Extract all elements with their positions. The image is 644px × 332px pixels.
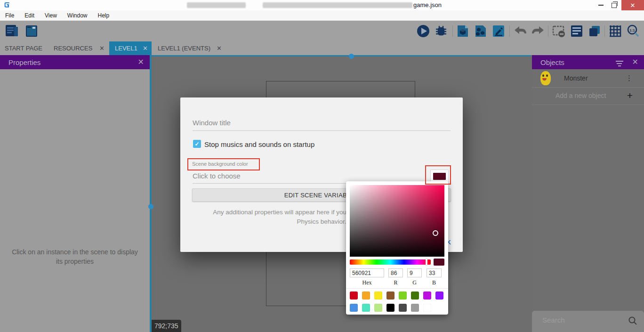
add-object-row[interactable]: Add a new object + <box>532 87 644 105</box>
b-input[interactable] <box>427 268 442 277</box>
gdevelop-window: game.json ✕ File Edit View Window Help <box>0 0 644 332</box>
toggle-mask-icon[interactable] <box>552 24 566 38</box>
properties-panel-header: Properties ✕ <box>0 55 150 69</box>
objects-search-card <box>532 311 644 332</box>
monster-sprite <box>540 71 551 85</box>
objects-close-icon[interactable]: ✕ <box>632 57 638 66</box>
preset-swatch-d0021b[interactable] <box>350 292 358 300</box>
saturation-area[interactable] <box>350 185 444 257</box>
preset-swatch-000000[interactable] <box>386 304 394 312</box>
saturation-pointer[interactable] <box>433 230 438 236</box>
menubar: File Edit View Window Help <box>0 10 644 21</box>
objects-search-input[interactable] <box>541 316 614 324</box>
restore-button[interactable] <box>606 0 621 10</box>
tab-level1[interactable]: LEVEL1 ✕ <box>109 41 152 55</box>
preset-swatch-ffffff[interactable] <box>423 304 431 312</box>
preset-swatch-4a4a4a[interactable] <box>399 304 407 312</box>
preset-swatch-9b9b9b[interactable] <box>411 304 419 312</box>
titlebar: game.json ✕ <box>0 0 644 10</box>
annotation-box-bg-color-label <box>187 158 260 170</box>
menu-help[interactable]: Help <box>93 12 115 19</box>
preset-swatch-417505[interactable] <box>411 292 419 300</box>
hex-input[interactable] <box>350 268 384 277</box>
window-title: game.json <box>413 1 442 8</box>
layers-icon[interactable] <box>588 24 602 38</box>
properties-empty-message: Click on an instance in the scene to dis… <box>7 247 143 266</box>
preset-swatches-row2 <box>350 304 446 312</box>
object-row-monster[interactable]: Monster ⋮ <box>532 70 644 88</box>
preset-swatch-9013fe[interactable] <box>435 292 443 300</box>
close-button[interactable]: ✕ <box>621 0 644 10</box>
add-object-plus-icon: + <box>627 90 633 101</box>
properties-close-icon[interactable]: ✕ <box>138 57 144 66</box>
instances-icon[interactable] <box>474 24 488 38</box>
object-name: Monster <box>564 74 588 82</box>
hex-label: Hex <box>350 279 384 286</box>
preset-swatch-bd10e0[interactable] <box>423 292 431 300</box>
filter-icon[interactable] <box>616 59 623 68</box>
splitter-handle-left[interactable] <box>148 204 153 209</box>
toolbar: 1:1 <box>0 21 644 41</box>
svg-text:1:1: 1:1 <box>629 28 635 32</box>
layers-list-icon[interactable] <box>570 24 584 38</box>
r-label: R <box>388 279 403 286</box>
add-object-label: Add a new object <box>555 92 606 99</box>
properties-panel-title: Properties <box>8 58 40 66</box>
preset-swatch-50e3c2[interactable] <box>362 304 370 312</box>
redo-icon[interactable] <box>531 24 545 38</box>
tab-resources-close-icon[interactable]: ✕ <box>99 45 105 52</box>
play-icon[interactable] <box>416 24 430 38</box>
left-splitter[interactable] <box>150 55 152 332</box>
window-title-field[interactable]: Window title <box>193 119 231 127</box>
objects-panel-header: Objects ✕ <box>532 55 644 69</box>
menu-file[interactable]: File <box>0 12 19 19</box>
preset-swatch-b8e986[interactable] <box>374 304 382 312</box>
objects-panel-title: Objects <box>540 58 564 66</box>
close-icon: ✕ <box>630 2 636 8</box>
preset-swatch-8b572a[interactable] <box>386 292 394 300</box>
edit-scene-icon[interactable] <box>491 24 506 38</box>
splitter-handle-top[interactable] <box>349 54 354 59</box>
tab-resources[interactable]: RESOURCES <box>54 45 92 52</box>
project-manager-icon[interactable] <box>5 24 19 38</box>
start-page-icon[interactable] <box>24 24 39 38</box>
toggle-grid-icon[interactable] <box>608 24 622 38</box>
g-label: G <box>407 279 422 286</box>
hue-handle[interactable] <box>426 259 427 265</box>
preset-swatch-f5a623[interactable] <box>362 292 370 300</box>
undo-icon[interactable] <box>513 24 527 38</box>
redacted-text <box>187 2 246 8</box>
preset-swatches-row1 <box>350 292 446 300</box>
gdevelop-logo-icon <box>3 1 11 9</box>
tab-level1-close-icon[interactable]: ✕ <box>143 45 148 52</box>
properties-panel: Properties ✕ Click on an instance in the… <box>0 55 150 332</box>
tab-level1-events-close-icon[interactable]: ✕ <box>217 45 222 52</box>
preset-swatch-7ed321[interactable] <box>399 292 407 300</box>
tab-start-page[interactable]: START PAGE <box>5 45 42 52</box>
preset-swatch-f8e71c[interactable] <box>374 292 382 300</box>
stop-sounds-label: Stop musics and sounds on startup <box>204 140 314 148</box>
search-icon[interactable] <box>628 316 637 325</box>
export-object-icon[interactable] <box>456 24 470 38</box>
hue-slider[interactable] <box>350 259 431 265</box>
canvas-top-splitter[interactable] <box>152 55 531 57</box>
zoom-1-1-icon[interactable]: 1:1 <box>626 24 640 38</box>
tab-level1-events[interactable]: LEVEL1 (EVENTS) <box>158 45 210 52</box>
color-picker-popup: Hex R G B <box>346 181 448 315</box>
cursor-coordinates-badge: 792;735 <box>152 320 181 332</box>
annotation-box-color-swatch <box>425 165 451 185</box>
minimize-icon <box>598 5 604 6</box>
stop-sounds-checkbox[interactable] <box>193 140 201 148</box>
current-color-swatch <box>434 259 444 266</box>
debugger-icon[interactable] <box>434 24 448 38</box>
scene-bg-color-field[interactable]: Click to choose <box>193 172 241 180</box>
object-menu-icon[interactable]: ⋮ <box>626 74 633 82</box>
preset-swatch-4a90e2[interactable] <box>350 304 358 312</box>
menu-view[interactable]: View <box>40 12 62 19</box>
menu-window[interactable]: Window <box>62 12 93 19</box>
restore-icon <box>612 3 617 8</box>
redacted-project-path <box>263 2 412 8</box>
menu-edit[interactable]: Edit <box>19 12 40 19</box>
r-input[interactable] <box>388 268 403 277</box>
g-input[interactable] <box>407 268 422 277</box>
